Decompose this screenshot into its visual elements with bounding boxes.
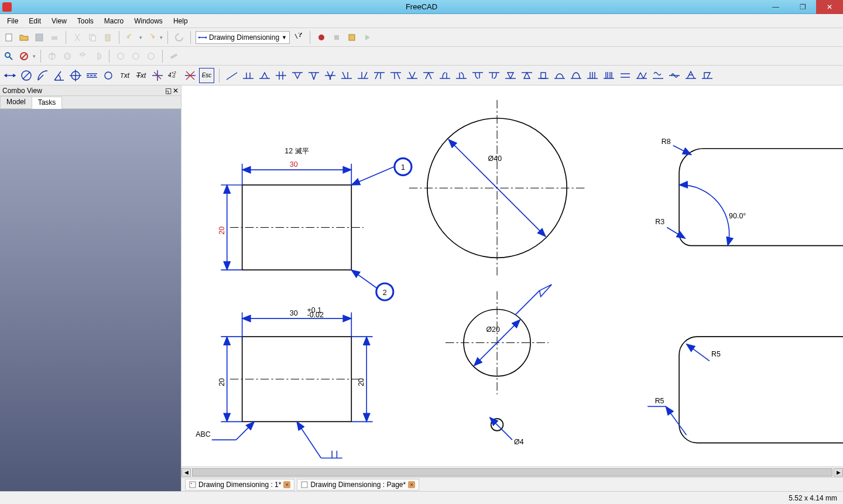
drawing-canvas[interactable]: 30 20 12 滅平 1 2 bbox=[181, 85, 843, 467]
close-button[interactable]: ✕ bbox=[816, 0, 843, 14]
menu-tools[interactable]: Tools bbox=[73, 16, 98, 26]
dim-escape-icon[interactable]: Esc bbox=[199, 68, 214, 83]
weld-sym-22-icon[interactable] bbox=[568, 68, 584, 83]
macro-stop-icon[interactable] bbox=[330, 31, 343, 44]
weld-sym-7-icon[interactable] bbox=[323, 68, 338, 83]
scroll-right-icon[interactable]: ▶ bbox=[834, 468, 843, 476]
scroll-thumb[interactable] bbox=[192, 468, 832, 476]
weld-sym-16-icon[interactable] bbox=[470, 68, 485, 83]
macro-run-icon[interactable] bbox=[361, 31, 373, 44]
dim-note-icon[interactable]: Txt bbox=[117, 68, 132, 83]
weld-sym-11-icon[interactable] bbox=[388, 68, 403, 83]
new-icon[interactable] bbox=[2, 31, 15, 44]
weld-sym-28-icon[interactable] bbox=[667, 68, 682, 83]
weld-sym-6-icon[interactable] bbox=[306, 68, 321, 83]
dim-center-icon[interactable] bbox=[101, 68, 116, 83]
menu-file[interactable]: File bbox=[2, 16, 23, 26]
print-icon[interactable] bbox=[48, 31, 61, 44]
zoom-fit-icon[interactable] bbox=[2, 50, 15, 63]
weld-sym-21-icon[interactable] bbox=[552, 68, 567, 83]
weld-sym-1-icon[interactable] bbox=[224, 68, 239, 83]
window-title: FreeCAD bbox=[406, 2, 437, 11]
weld-sym-29-icon[interactable] bbox=[683, 68, 698, 83]
menu-edit[interactable]: Edit bbox=[24, 16, 46, 26]
weld-sym-20-icon[interactable] bbox=[536, 68, 551, 83]
macro-record-icon[interactable] bbox=[315, 31, 328, 44]
maximize-button[interactable]: ❐ bbox=[789, 0, 816, 14]
svg-line-20 bbox=[23, 72, 30, 79]
refresh-icon[interactable] bbox=[173, 31, 186, 44]
paste-icon[interactable] bbox=[101, 31, 114, 44]
dim-linear-icon[interactable] bbox=[2, 68, 18, 83]
dim-delete-icon[interactable] bbox=[183, 68, 198, 83]
menu-help[interactable]: Help bbox=[169, 16, 193, 26]
weld-sym-4-icon[interactable] bbox=[273, 68, 289, 83]
horizontal-scrollbar[interactable]: ◀ ▶ bbox=[181, 467, 843, 477]
weld-sym-3-icon[interactable] bbox=[257, 68, 272, 83]
weld-sym-19-icon[interactable] bbox=[519, 68, 534, 83]
macro-edit-icon[interactable] bbox=[345, 31, 358, 44]
weld-sym-25-icon[interactable] bbox=[618, 68, 633, 83]
view-top-icon[interactable] bbox=[76, 50, 89, 63]
undo-icon[interactable] bbox=[124, 31, 137, 44]
dim-circular-icon[interactable] bbox=[19, 68, 34, 83]
weld-sym-9-icon[interactable] bbox=[355, 68, 371, 83]
dim-text-icon[interactable]: Txt bbox=[133, 68, 149, 83]
weld-sym-14-icon[interactable] bbox=[437, 68, 453, 83]
scroll-left-icon[interactable]: ◀ bbox=[181, 468, 191, 476]
menu-windows[interactable]: Windows bbox=[129, 16, 167, 26]
workbench-selector[interactable]: Drawing Dimensioning ▼ bbox=[196, 31, 290, 44]
open-icon[interactable] bbox=[18, 31, 30, 44]
minimize-button[interactable]: — bbox=[762, 0, 789, 14]
view-right-icon[interactable] bbox=[91, 50, 104, 63]
whatsthis-icon[interactable]: ? bbox=[292, 31, 305, 44]
save-icon[interactable] bbox=[33, 31, 46, 44]
weld-sym-12-icon[interactable] bbox=[405, 68, 420, 83]
draw-style-icon[interactable] bbox=[18, 50, 30, 63]
weld-sym-27-icon[interactable] bbox=[650, 68, 666, 83]
dim-grab-icon[interactable] bbox=[150, 68, 165, 83]
dim-centerlines-icon[interactable] bbox=[68, 68, 83, 83]
panel-float-icon[interactable]: ◱ bbox=[165, 87, 172, 95]
tab-tasks[interactable]: Tasks bbox=[32, 97, 63, 109]
weld-sym-17-icon[interactable] bbox=[486, 68, 502, 83]
measure-icon[interactable] bbox=[167, 50, 180, 63]
dim-tolerance-icon[interactable]: 4+2-0 bbox=[166, 68, 181, 83]
weld-sym-8-icon[interactable] bbox=[339, 68, 354, 83]
weld-sym-2-icon[interactable] bbox=[241, 68, 256, 83]
weld-sym-10-icon[interactable] bbox=[372, 68, 387, 83]
cut-icon[interactable] bbox=[71, 31, 84, 44]
doctab-2-close-icon[interactable]: × bbox=[408, 481, 415, 488]
weld-sym-15-icon[interactable] bbox=[454, 68, 469, 83]
weld-sym-5-icon[interactable] bbox=[290, 68, 305, 83]
doctab-1[interactable]: Drawing Dimensioning : 1* × bbox=[185, 479, 294, 491]
weld-sym-26-icon[interactable] bbox=[634, 68, 649, 83]
view-bottom-icon[interactable] bbox=[129, 50, 142, 63]
dim-radius-icon[interactable] bbox=[35, 68, 50, 83]
balloon-2: 2 bbox=[383, 289, 387, 297]
dim-angle-icon[interactable] bbox=[52, 68, 67, 83]
menu-view[interactable]: View bbox=[47, 16, 71, 26]
dim-centerline-icon[interactable] bbox=[84, 68, 100, 83]
redo-icon[interactable] bbox=[145, 31, 157, 44]
view-iso-icon[interactable] bbox=[46, 50, 59, 63]
svg-rect-11 bbox=[334, 35, 339, 40]
panel-close-icon[interactable]: ✕ bbox=[173, 87, 179, 95]
menu-macro[interactable]: Macro bbox=[100, 16, 128, 26]
weld-sym-24-icon[interactable] bbox=[601, 68, 616, 83]
dim-r8: R8 bbox=[662, 138, 671, 146]
svg-line-127 bbox=[297, 421, 321, 458]
weld-sym-30-icon[interactable] bbox=[700, 68, 715, 83]
view-left-icon[interactable] bbox=[145, 50, 157, 63]
copy-icon[interactable] bbox=[86, 31, 99, 44]
tab-model[interactable]: Model bbox=[0, 96, 32, 108]
view-rear-icon[interactable] bbox=[114, 50, 127, 63]
combo-view-panel: Combo View ◱ ✕ Model Tasks bbox=[0, 85, 181, 491]
weld-sym-18-icon[interactable] bbox=[503, 68, 518, 83]
weld-sym-13-icon[interactable] bbox=[421, 68, 436, 83]
svg-line-143 bbox=[667, 228, 685, 239]
doctab-2[interactable]: Drawing Dimensioning : Page* × bbox=[297, 479, 419, 491]
weld-sym-23-icon[interactable] bbox=[585, 68, 600, 83]
view-front-icon[interactable] bbox=[61, 50, 74, 63]
doctab-1-close-icon[interactable]: × bbox=[283, 481, 290, 488]
